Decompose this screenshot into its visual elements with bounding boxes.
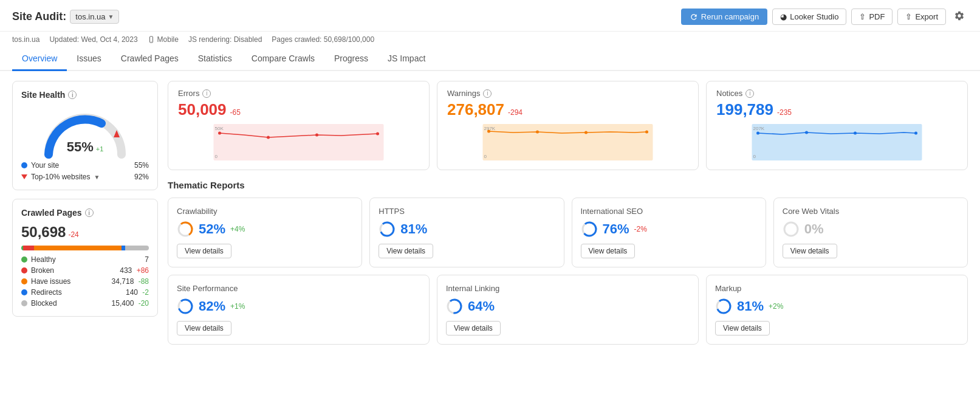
svg-text:50K: 50K	[215, 126, 224, 131]
svg-rect-17	[752, 124, 922, 160]
svg-point-12	[536, 131, 539, 134]
issues-dot	[21, 278, 27, 284]
warnings-value-row: 276,807 -294	[447, 100, 688, 119]
tab-progress[interactable]: Progress	[324, 47, 378, 71]
site-performance-value-row: 82% +1%	[177, 298, 420, 315]
nav-tabs: Overview Issues Crawled Pages Statistics…	[0, 47, 980, 71]
errors-value-row: 50,009 -65	[178, 100, 419, 119]
svg-rect-10	[483, 124, 653, 160]
tab-js-impact[interactable]: JS Impact	[378, 47, 435, 71]
international-seo-pct: 76%	[603, 221, 629, 237]
looker-studio-button[interactable]: ◕ Looker Studio	[772, 9, 846, 25]
tab-crawled-pages[interactable]: Crawled Pages	[111, 47, 188, 71]
tab-statistics[interactable]: Statistics	[188, 47, 242, 71]
svg-text:0: 0	[753, 154, 756, 159]
tab-overview[interactable]: Overview	[12, 47, 67, 71]
settings-button[interactable]	[951, 7, 968, 26]
tab-compare-crawls[interactable]: Compare Crawls	[242, 47, 324, 71]
svg-rect-3	[214, 124, 384, 160]
errors-label: Errors i	[178, 89, 419, 98]
report-core-web-vitals: Core Web Vitals 0% View details	[773, 198, 968, 267]
top10-chevron-icon[interactable]: ▼	[94, 174, 100, 181]
internal-linking-pct: 64%	[468, 298, 495, 314]
gauge-container: 55% +1	[21, 106, 149, 155]
rerun-campaign-button[interactable]: Rerun campaign	[681, 9, 767, 25]
site-performance-view-details-button[interactable]: View details	[177, 321, 231, 336]
site-health-legend: Your site 55% Top-10% websites ▼ 92%	[21, 161, 149, 181]
crawled-progress-bar	[21, 246, 149, 250]
gear-icon	[954, 10, 965, 21]
markup-title: Markup	[715, 284, 959, 293]
tab-issues[interactable]: Issues	[67, 47, 111, 71]
refresh-icon	[690, 13, 698, 21]
site-performance-progress-icon	[177, 298, 194, 315]
svg-point-20	[854, 132, 857, 135]
crawled-legend-issues: Have issues 34,718 -88	[21, 277, 149, 286]
export-button[interactable]: ⇧ Export	[897, 9, 946, 25]
crawled-delta: -24	[68, 230, 78, 239]
crawled-pages-info-icon[interactable]: i	[85, 208, 94, 217]
mobile-icon	[148, 35, 155, 44]
site-dropdown[interactable]: tos.in.ua ▼	[70, 10, 119, 24]
notices-value-row: 199,789 -235	[716, 100, 958, 119]
international-seo-view-details-button[interactable]: View details	[581, 244, 636, 258]
top-bar-left: Site Audit: tos.in.ua ▼	[12, 10, 119, 24]
site-name: tos.in.ua	[75, 12, 105, 21]
top10-triangle-icon	[21, 174, 27, 179]
core-web-vitals-title: Core Web Vitals	[783, 207, 959, 216]
crawled-value: 50,698	[21, 224, 66, 241]
thematic-reports-title: Thematic Reports	[168, 180, 968, 190]
errors-info-icon[interactable]: i	[202, 89, 211, 98]
left-panel: Site Health i 55% +1	[12, 81, 158, 345]
thematic-reports-section: Thematic Reports Crawlability 52% +4% Vi…	[168, 180, 968, 345]
notices-info-icon[interactable]: i	[745, 89, 754, 98]
svg-point-13	[584, 131, 588, 134]
errors-chart: 50K 0	[178, 124, 419, 160]
https-view-details-button[interactable]: View details	[379, 244, 433, 258]
gauge-value-row: 55% +1	[67, 142, 104, 155]
site-health-title: Site Health i	[21, 90, 149, 100]
chevron-down-icon: ▼	[108, 13, 114, 20]
notices-delta: -235	[777, 108, 792, 117]
crawled-legend-broken: Broken 433 +86	[21, 266, 149, 275]
errors-card: Errors i 50,009 -65 50K 0	[168, 81, 430, 170]
https-pct: 81%	[400, 221, 427, 237]
metrics-row: Errors i 50,009 -65 50K 0	[168, 81, 968, 170]
your-site-dot	[21, 162, 27, 168]
report-site-performance: Site Performance 82% +1% View details	[168, 275, 430, 345]
progress-blocked	[125, 246, 149, 250]
internal-linking-view-details-button[interactable]: View details	[446, 321, 501, 336]
core-web-vitals-view-details-button[interactable]: View details	[783, 244, 837, 258]
core-web-vitals-value-row: 0%	[783, 221, 959, 238]
site-health-info-icon[interactable]: i	[68, 91, 77, 99]
looker-icon: ◕	[780, 12, 787, 21]
crawlability-view-details-button[interactable]: View details	[177, 244, 231, 258]
markup-pct: 81%	[737, 298, 764, 314]
upload-icon: ⇧	[859, 12, 866, 21]
crawlability-delta: +4%	[230, 225, 245, 233]
svg-point-14	[645, 131, 648, 134]
warnings-delta: -294	[508, 108, 523, 117]
warnings-chart: 297K 0	[447, 124, 688, 160]
site-performance-pct: 82%	[199, 298, 225, 314]
crawled-legend-redirects: Redirects 140 -2	[21, 288, 149, 297]
markup-view-details-button[interactable]: View details	[715, 321, 770, 336]
markup-progress-icon	[715, 298, 732, 315]
https-value-row: 81%	[379, 221, 555, 238]
svg-text:0: 0	[215, 154, 218, 159]
errors-delta: -65	[230, 108, 241, 117]
info-bar: tos.in.ua Updated: Wed, Oct 4, 2023 Mobi…	[0, 32, 980, 47]
crawled-legend: Healthy 7 Broken 433 +86	[21, 255, 149, 308]
pdf-button[interactable]: ⇧ PDF	[851, 9, 893, 25]
report-crawlability: Crawlability 52% +4% View details	[168, 198, 362, 267]
markup-delta: +2%	[769, 302, 783, 311]
markup-value-row: 81% +2%	[715, 298, 959, 315]
updated-info: Updated: Wed, Oct 4, 2023	[49, 35, 137, 44]
crawlability-progress-icon	[177, 221, 194, 238]
crawled-value-row: 50,698 -24	[21, 224, 149, 241]
international-seo-progress-icon	[581, 221, 598, 238]
warnings-info-icon[interactable]: i	[483, 89, 492, 98]
gauge-value: 55%	[67, 139, 94, 155]
pdf-label: PDF	[869, 12, 885, 21]
svg-point-30	[784, 222, 798, 236]
